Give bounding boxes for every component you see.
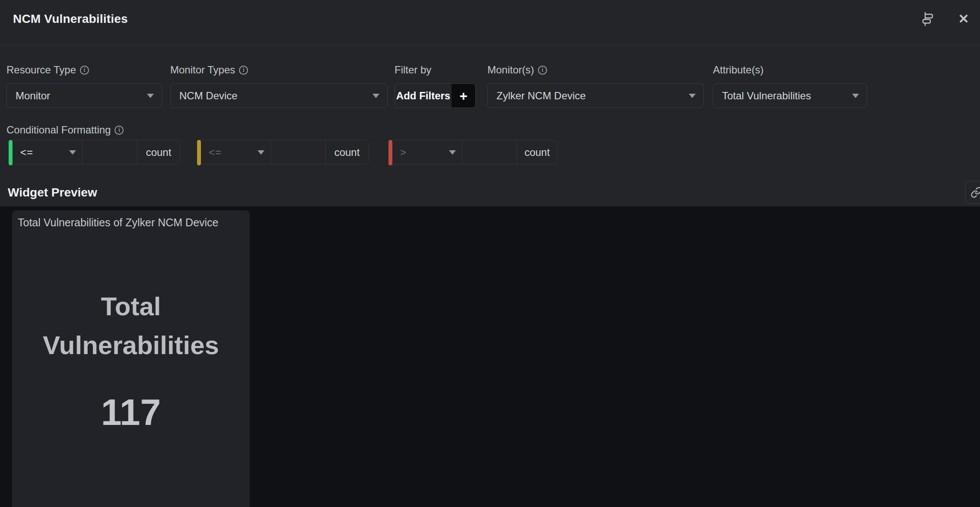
info-icon[interactable]: i <box>538 66 547 75</box>
field-filter-by: Filter by Add Filters + <box>395 64 476 108</box>
rule-value-input[interactable] <box>271 140 325 164</box>
metric-value: 117 <box>12 391 250 434</box>
info-icon[interactable]: i <box>239 66 248 75</box>
rule-color-bar-green <box>9 140 13 165</box>
link-icon <box>970 187 980 198</box>
attributes-value: Total Vulnerabilities <box>713 90 811 102</box>
chevron-down-icon <box>372 94 379 98</box>
field-attributes: Attribute(s) Total Vulnerabilities <box>713 64 867 108</box>
widget-card-title: Total Vulnerabilities of Zylker NCM Devi… <box>18 216 244 229</box>
add-filters-control: Add Filters + <box>395 83 476 108</box>
monitors-label: Monitor(s) i <box>487 64 704 76</box>
metric-label: Total Vulnerabilities <box>16 287 245 365</box>
monitors-select[interactable]: Zylker NCM Device <box>487 83 704 108</box>
monitor-types-label: Monitor Types i <box>170 64 388 76</box>
rule-operator-select[interactable]: <= <box>13 140 83 164</box>
chevron-down-icon <box>258 150 264 155</box>
monitors-value: Zylker NCM Device <box>488 90 586 102</box>
widget-card: Total Vulnerabilities of Zylker NCM Devi… <box>12 210 250 507</box>
dialog-header: NCM Vulnerabilities ✕ <box>0 0 980 45</box>
field-resource-type: Resource Type i Monitor <box>6 64 162 108</box>
rule-unit-label: count <box>137 140 180 164</box>
chevron-down-icon <box>69 150 76 155</box>
rule-value-field <box>462 140 517 164</box>
chevron-down-icon <box>449 150 456 155</box>
page-title: NCM Vulnerabilities <box>13 12 128 26</box>
info-icon[interactable]: i <box>115 126 124 135</box>
rule-unit-label: count <box>517 140 557 164</box>
resource-type-label: Resource Type i <box>6 64 162 76</box>
plus-icon[interactable]: + <box>452 84 475 108</box>
rule-value-input[interactable] <box>83 140 137 164</box>
resource-type-select[interactable]: Monitor <box>6 83 162 108</box>
conditional-rule-red: > count <box>388 140 557 165</box>
field-monitor-types: Monitor Types i NCM Device <box>170 64 388 108</box>
attributes-label: Attribute(s) <box>713 64 867 76</box>
attributes-select[interactable]: Total Vulnerabilities <box>713 83 867 108</box>
conditional-formatting-label: Conditional Formatting i <box>6 124 124 136</box>
widget-preview-title: Widget Preview <box>8 186 97 200</box>
rule-value-input[interactable] <box>462 140 517 164</box>
info-icon[interactable]: i <box>80 66 89 75</box>
rule-color-bar-yellow <box>197 140 201 165</box>
filter-by-label: Filter by <box>395 64 476 76</box>
chevron-down-icon <box>689 94 696 98</box>
monitor-types-value: NCM Device <box>171 90 238 102</box>
conditional-rule-yellow: <= count <box>197 140 369 165</box>
resource-type-value: Monitor <box>7 90 50 102</box>
rule-value-field <box>83 140 137 164</box>
monitor-types-select[interactable]: NCM Device <box>170 83 388 108</box>
rule-operator-select[interactable]: > <box>392 140 462 164</box>
widget-preview-area: Total Vulnerabilities of Zylker NCM Devi… <box>0 206 980 507</box>
header-icons: ✕ <box>919 10 972 28</box>
layout-signpost-icon[interactable] <box>919 10 936 28</box>
conditional-rule-green: <= count <box>9 140 180 165</box>
rule-unit-label: count <box>326 140 368 164</box>
chevron-down-icon <box>852 94 859 98</box>
rule-operator-select[interactable]: <= <box>201 140 271 164</box>
field-monitors: Monitor(s) i Zylker NCM Device <box>487 64 704 108</box>
rule-value-field <box>271 140 326 164</box>
add-filters-button[interactable]: Add Filters <box>395 84 452 108</box>
rule-color-bar-red <box>388 140 392 165</box>
close-icon[interactable]: ✕ <box>955 10 972 28</box>
link-button[interactable] <box>965 181 980 204</box>
chevron-down-icon <box>147 94 154 98</box>
